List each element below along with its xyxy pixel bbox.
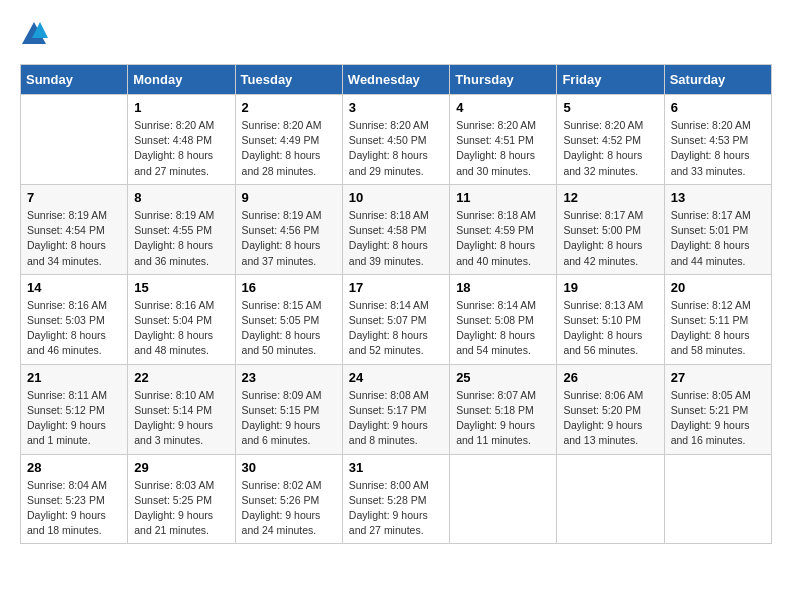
day-info: Sunrise: 8:17 AMSunset: 5:00 PMDaylight:… (563, 208, 657, 269)
day-number: 15 (134, 280, 228, 295)
calendar-cell: 28Sunrise: 8:04 AMSunset: 5:23 PMDayligh… (21, 454, 128, 544)
day-number: 2 (242, 100, 336, 115)
day-info: Sunrise: 8:15 AMSunset: 5:05 PMDaylight:… (242, 298, 336, 359)
calendar-cell: 27Sunrise: 8:05 AMSunset: 5:21 PMDayligh… (664, 364, 771, 454)
day-info: Sunrise: 8:20 AMSunset: 4:48 PMDaylight:… (134, 118, 228, 179)
day-info: Sunrise: 8:18 AMSunset: 4:58 PMDaylight:… (349, 208, 443, 269)
calendar-cell: 14Sunrise: 8:16 AMSunset: 5:03 PMDayligh… (21, 274, 128, 364)
day-number: 20 (671, 280, 765, 295)
calendar-cell: 19Sunrise: 8:13 AMSunset: 5:10 PMDayligh… (557, 274, 664, 364)
calendar-cell: 6Sunrise: 8:20 AMSunset: 4:53 PMDaylight… (664, 95, 771, 185)
calendar-cell: 15Sunrise: 8:16 AMSunset: 5:04 PMDayligh… (128, 274, 235, 364)
page-header (20, 20, 772, 48)
day-number: 19 (563, 280, 657, 295)
day-number: 28 (27, 460, 121, 475)
calendar-cell: 9Sunrise: 8:19 AMSunset: 4:56 PMDaylight… (235, 184, 342, 274)
day-number: 4 (456, 100, 550, 115)
calendar-cell: 29Sunrise: 8:03 AMSunset: 5:25 PMDayligh… (128, 454, 235, 544)
calendar-cell: 2Sunrise: 8:20 AMSunset: 4:49 PMDaylight… (235, 95, 342, 185)
calendar-body: 1Sunrise: 8:20 AMSunset: 4:48 PMDaylight… (21, 95, 772, 544)
day-number: 13 (671, 190, 765, 205)
day-info: Sunrise: 8:02 AMSunset: 5:26 PMDaylight:… (242, 478, 336, 539)
weekday-header-friday: Friday (557, 65, 664, 95)
day-info: Sunrise: 8:20 AMSunset: 4:49 PMDaylight:… (242, 118, 336, 179)
calendar-cell: 8Sunrise: 8:19 AMSunset: 4:55 PMDaylight… (128, 184, 235, 274)
day-number: 22 (134, 370, 228, 385)
calendar-cell: 13Sunrise: 8:17 AMSunset: 5:01 PMDayligh… (664, 184, 771, 274)
logo (20, 20, 52, 48)
day-number: 27 (671, 370, 765, 385)
day-info: Sunrise: 8:19 AMSunset: 4:54 PMDaylight:… (27, 208, 121, 269)
day-number: 9 (242, 190, 336, 205)
calendar-table: SundayMondayTuesdayWednesdayThursdayFrid… (20, 64, 772, 544)
day-number: 11 (456, 190, 550, 205)
weekday-header-row: SundayMondayTuesdayWednesdayThursdayFrid… (21, 65, 772, 95)
weekday-header-sunday: Sunday (21, 65, 128, 95)
day-info: Sunrise: 8:20 AMSunset: 4:51 PMDaylight:… (456, 118, 550, 179)
calendar-cell: 1Sunrise: 8:20 AMSunset: 4:48 PMDaylight… (128, 95, 235, 185)
day-info: Sunrise: 8:14 AMSunset: 5:08 PMDaylight:… (456, 298, 550, 359)
day-info: Sunrise: 8:19 AMSunset: 4:56 PMDaylight:… (242, 208, 336, 269)
weekday-header-tuesday: Tuesday (235, 65, 342, 95)
calendar-cell: 17Sunrise: 8:14 AMSunset: 5:07 PMDayligh… (342, 274, 449, 364)
day-number: 1 (134, 100, 228, 115)
day-number: 24 (349, 370, 443, 385)
day-info: Sunrise: 8:12 AMSunset: 5:11 PMDaylight:… (671, 298, 765, 359)
logo-icon (20, 20, 48, 48)
day-info: Sunrise: 8:16 AMSunset: 5:04 PMDaylight:… (134, 298, 228, 359)
day-number: 17 (349, 280, 443, 295)
calendar-cell (557, 454, 664, 544)
calendar-cell: 25Sunrise: 8:07 AMSunset: 5:18 PMDayligh… (450, 364, 557, 454)
day-number: 26 (563, 370, 657, 385)
day-info: Sunrise: 8:20 AMSunset: 4:50 PMDaylight:… (349, 118, 443, 179)
calendar-cell: 12Sunrise: 8:17 AMSunset: 5:00 PMDayligh… (557, 184, 664, 274)
day-info: Sunrise: 8:13 AMSunset: 5:10 PMDaylight:… (563, 298, 657, 359)
weekday-header-thursday: Thursday (450, 65, 557, 95)
calendar-cell: 23Sunrise: 8:09 AMSunset: 5:15 PMDayligh… (235, 364, 342, 454)
calendar-cell: 7Sunrise: 8:19 AMSunset: 4:54 PMDaylight… (21, 184, 128, 274)
day-number: 31 (349, 460, 443, 475)
day-number: 23 (242, 370, 336, 385)
calendar-cell (21, 95, 128, 185)
calendar-cell: 11Sunrise: 8:18 AMSunset: 4:59 PMDayligh… (450, 184, 557, 274)
day-info: Sunrise: 8:09 AMSunset: 5:15 PMDaylight:… (242, 388, 336, 449)
weekday-header-wednesday: Wednesday (342, 65, 449, 95)
day-info: Sunrise: 8:11 AMSunset: 5:12 PMDaylight:… (27, 388, 121, 449)
day-info: Sunrise: 8:20 AMSunset: 4:52 PMDaylight:… (563, 118, 657, 179)
calendar-week-row: 28Sunrise: 8:04 AMSunset: 5:23 PMDayligh… (21, 454, 772, 544)
day-info: Sunrise: 8:08 AMSunset: 5:17 PMDaylight:… (349, 388, 443, 449)
day-number: 10 (349, 190, 443, 205)
calendar-cell: 24Sunrise: 8:08 AMSunset: 5:17 PMDayligh… (342, 364, 449, 454)
calendar-week-row: 7Sunrise: 8:19 AMSunset: 4:54 PMDaylight… (21, 184, 772, 274)
day-info: Sunrise: 8:18 AMSunset: 4:59 PMDaylight:… (456, 208, 550, 269)
day-info: Sunrise: 8:04 AMSunset: 5:23 PMDaylight:… (27, 478, 121, 539)
calendar-week-row: 14Sunrise: 8:16 AMSunset: 5:03 PMDayligh… (21, 274, 772, 364)
calendar-cell: 4Sunrise: 8:20 AMSunset: 4:51 PMDaylight… (450, 95, 557, 185)
day-info: Sunrise: 8:07 AMSunset: 5:18 PMDaylight:… (456, 388, 550, 449)
day-number: 21 (27, 370, 121, 385)
day-number: 6 (671, 100, 765, 115)
calendar-cell: 16Sunrise: 8:15 AMSunset: 5:05 PMDayligh… (235, 274, 342, 364)
day-number: 7 (27, 190, 121, 205)
day-number: 18 (456, 280, 550, 295)
day-info: Sunrise: 8:19 AMSunset: 4:55 PMDaylight:… (134, 208, 228, 269)
day-info: Sunrise: 8:20 AMSunset: 4:53 PMDaylight:… (671, 118, 765, 179)
calendar-week-row: 21Sunrise: 8:11 AMSunset: 5:12 PMDayligh… (21, 364, 772, 454)
day-number: 29 (134, 460, 228, 475)
day-number: 30 (242, 460, 336, 475)
day-number: 25 (456, 370, 550, 385)
weekday-header-saturday: Saturday (664, 65, 771, 95)
calendar-cell (664, 454, 771, 544)
calendar-cell: 21Sunrise: 8:11 AMSunset: 5:12 PMDayligh… (21, 364, 128, 454)
day-number: 5 (563, 100, 657, 115)
day-info: Sunrise: 8:05 AMSunset: 5:21 PMDaylight:… (671, 388, 765, 449)
calendar-cell: 3Sunrise: 8:20 AMSunset: 4:50 PMDaylight… (342, 95, 449, 185)
calendar-cell: 18Sunrise: 8:14 AMSunset: 5:08 PMDayligh… (450, 274, 557, 364)
calendar-week-row: 1Sunrise: 8:20 AMSunset: 4:48 PMDaylight… (21, 95, 772, 185)
day-number: 14 (27, 280, 121, 295)
calendar-cell: 22Sunrise: 8:10 AMSunset: 5:14 PMDayligh… (128, 364, 235, 454)
day-info: Sunrise: 8:10 AMSunset: 5:14 PMDaylight:… (134, 388, 228, 449)
day-info: Sunrise: 8:16 AMSunset: 5:03 PMDaylight:… (27, 298, 121, 359)
calendar-cell: 20Sunrise: 8:12 AMSunset: 5:11 PMDayligh… (664, 274, 771, 364)
day-info: Sunrise: 8:06 AMSunset: 5:20 PMDaylight:… (563, 388, 657, 449)
